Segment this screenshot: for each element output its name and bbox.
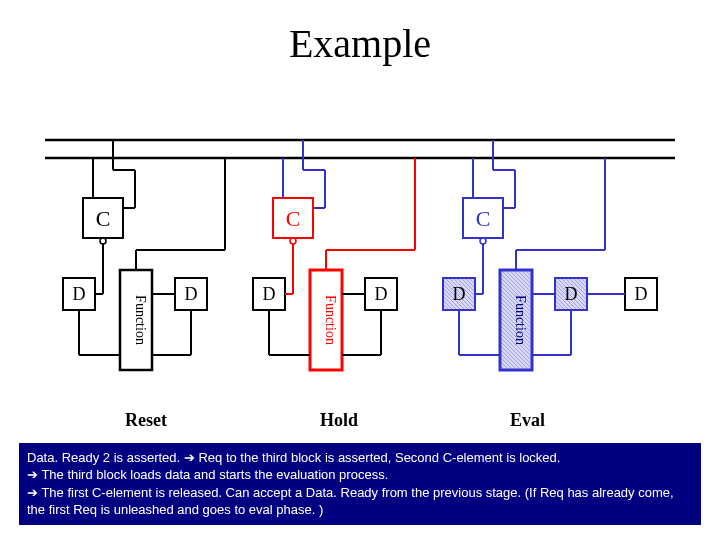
state-labels: Reset Hold Eval	[45, 410, 675, 434]
stage-eval: C D Function D	[443, 140, 657, 370]
d-label-1a: D	[73, 284, 86, 304]
arrow-icon: ➔	[27, 484, 38, 502]
state-hold: Hold	[320, 410, 358, 431]
svg-point-65	[100, 238, 106, 244]
c-label-2: C	[286, 206, 301, 231]
d-label-out: D	[635, 284, 648, 304]
d-label-2a: D	[263, 284, 276, 304]
function-label-1: Function	[133, 295, 148, 345]
state-reset: Reset	[125, 410, 167, 431]
d-label-3a: D	[453, 284, 466, 304]
d-label-3b: D	[565, 284, 578, 304]
arrow-icon: ➔	[27, 466, 38, 484]
footer-line-1: Data. Ready 2 is asserted. ➔ Req to the …	[27, 449, 693, 467]
diagram-svg: C D Function D	[45, 130, 675, 400]
slide: Example C	[0, 0, 720, 540]
footer-text-1a: Data. Ready 2 is asserted.	[27, 450, 184, 465]
function-label-3: Function	[513, 295, 528, 345]
stage-hold: C D Function D	[253, 140, 415, 370]
c-label-1: C	[96, 206, 111, 231]
d-label-1b: D	[185, 284, 198, 304]
footer-line-2: ➔ The third block loads data and starts …	[27, 466, 693, 484]
arrow-icon: ➔	[184, 449, 195, 467]
svg-point-66	[290, 238, 296, 244]
d-label-2b: D	[375, 284, 388, 304]
state-eval: Eval	[510, 410, 545, 431]
page-title: Example	[0, 20, 720, 67]
function-label-2: Function	[323, 295, 338, 345]
pipeline-diagram: C D Function D	[45, 130, 675, 400]
footer-text-3: The first C-element is released. Can acc…	[27, 485, 674, 518]
c-label-3: C	[476, 206, 491, 231]
footer-note: Data. Ready 2 is asserted. ➔ Req to the …	[19, 443, 701, 525]
footer-line-3: ➔ The first C-element is released. Can a…	[27, 484, 693, 519]
svg-point-67	[480, 238, 486, 244]
footer-text-2: The third block loads data and starts th…	[38, 467, 388, 482]
footer-text-1b: Req to the third block is asserted, Seco…	[195, 450, 561, 465]
stage-reset: C D Function D	[63, 140, 225, 370]
